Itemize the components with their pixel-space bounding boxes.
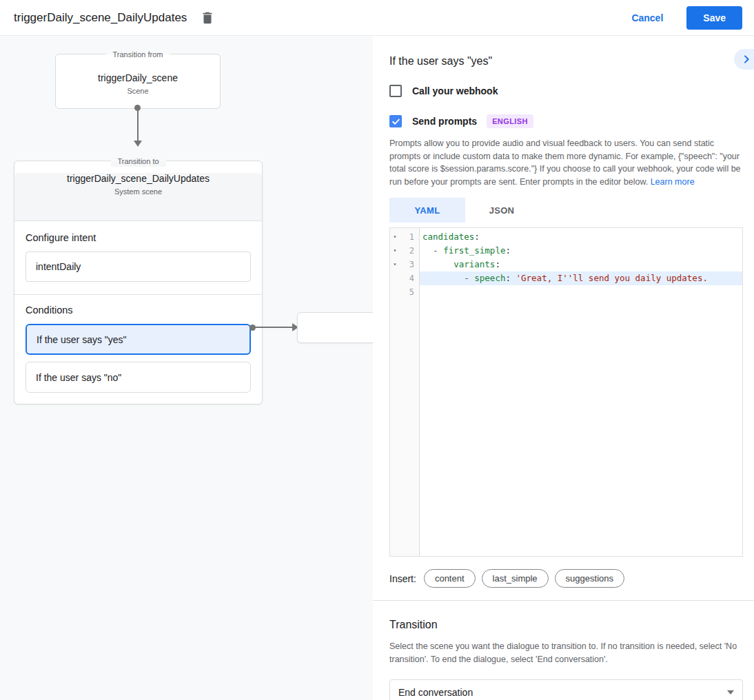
flow-node-transition-to[interactable]: Transition to triggerDaily_scene_DailyUp… [14, 161, 263, 404]
insert-chip-last_simple[interactable]: last_simple [482, 569, 549, 588]
prompts-description: Prompts allow you to provide audio and v… [389, 137, 743, 188]
code-line-3[interactable]: variants: [420, 258, 742, 271]
fold-arrow-icon[interactable]: ▾ [390, 244, 400, 258]
tab-json[interactable]: JSON [465, 198, 538, 223]
send-prompts-checkbox-row[interactable]: Send prompts ENGLISH [389, 114, 743, 128]
from-scene-type: Scene [56, 87, 220, 95]
chevron-right-icon [741, 54, 752, 65]
line-number: 3 [400, 258, 419, 271]
cancel-button[interactable]: Cancel [631, 12, 663, 23]
gutter-line-5: 5 [390, 285, 419, 299]
details-panel: If the user says "yes" Call your webhook… [373, 36, 754, 700]
trash-icon [200, 10, 215, 25]
editor-code[interactable]: candidates: - first_simple: variants: - … [420, 228, 742, 556]
insert-chip-suggestions[interactable]: suggestions [555, 569, 624, 588]
code-line-1[interactable]: candidates: [420, 230, 742, 244]
insert-label: Insert: [389, 573, 416, 584]
send-prompts-label: Send prompts [412, 116, 477, 127]
connector-line-horizontal [255, 327, 292, 328]
gutter-line-3[interactable]: ▾3 [390, 258, 419, 271]
transition-from-label: Transition from [106, 49, 170, 60]
to-scene-title: triggerDaily_scene_DailyUpdates [14, 173, 262, 184]
webhook-checkbox[interactable] [389, 85, 402, 97]
dropdown-caret-icon [727, 690, 734, 694]
fold-arrow-icon[interactable]: ▾ [390, 230, 400, 244]
learn-more-link[interactable]: Learn more [651, 177, 695, 187]
language-badge: ENGLISH [487, 114, 533, 128]
line-number: 1 [400, 230, 419, 244]
configure-intent-heading: Configure intent [26, 232, 251, 243]
flow-canvas: Transition from triggerDaily_scene Scene… [0, 36, 373, 700]
gutter-line-1[interactable]: ▾1 [390, 230, 419, 244]
transition-dropdown-value: End conversation [398, 687, 473, 698]
fold-arrow-icon[interactable]: ▾ [390, 258, 400, 271]
main-area: Transition from triggerDaily_scene Scene… [0, 36, 754, 700]
connector-arrowhead-down [134, 141, 142, 147]
insert-chip-content[interactable]: content [424, 569, 476, 588]
code-line-4[interactable]: - speech: 'Great, I''ll send you daily u… [420, 271, 742, 285]
delete-scene-button[interactable] [199, 10, 216, 26]
transition-dropdown[interactable]: End conversation [389, 679, 743, 700]
from-scene-title: triggerDaily_scene [56, 72, 220, 83]
checkmark-icon [391, 117, 400, 126]
insert-row: Insert: contentlast_simplesuggestions [389, 569, 743, 588]
to-scene-type: System scene [14, 187, 262, 196]
code-line-2[interactable]: - first_simple: [420, 244, 742, 258]
condition-item-yes[interactable]: If the user says "yes" [26, 324, 251, 355]
gutter-line-4: 4 [390, 271, 419, 285]
insert-chips: contentlast_simplesuggestions [424, 569, 631, 588]
condition-item-no[interactable]: If the user says "no" [26, 362, 251, 393]
line-number: 2 [400, 244, 419, 258]
save-button[interactable]: Save [686, 6, 742, 30]
top-bar: triggerDaily_scene_DailyUpdates Cancel S… [0, 0, 754, 36]
prompt-code-editor[interactable]: ▾1▾2▾345 candidates: - first_simple: var… [389, 227, 743, 557]
line-number: 5 [400, 285, 419, 299]
flow-node-transition-from[interactable]: Transition from triggerDaily_scene Scene [55, 54, 221, 109]
code-line-5[interactable] [420, 285, 742, 299]
transition-heading: Transition [389, 619, 743, 631]
tab-yaml[interactable]: YAML [389, 198, 465, 223]
conditions-heading: Conditions [26, 305, 251, 316]
line-number: 4 [400, 271, 419, 285]
flow-node-condition-target[interactable] [297, 312, 373, 343]
collapse-panel-button[interactable] [734, 49, 754, 70]
intent-field[interactable] [26, 251, 251, 282]
configure-intent-section: Configure intent [14, 221, 262, 295]
page-title: triggerDaily_scene_DailyUpdates [14, 11, 187, 25]
condition-panel-heading: If the user says "yes" [389, 55, 743, 68]
editor-format-tabs: YAML JSON [389, 198, 743, 223]
editor-gutter: ▾1▾2▾345 [390, 228, 420, 556]
connector-line-vertical [137, 110, 139, 141]
conditions-section: Conditions If the user says "yes" If the… [14, 295, 262, 404]
panel-divider [373, 600, 754, 601]
webhook-label: Call your webhook [412, 85, 498, 96]
transition-to-label: Transition to [110, 156, 165, 167]
webhook-checkbox-row[interactable]: Call your webhook [389, 85, 743, 97]
gutter-line-2[interactable]: ▾2 [390, 244, 419, 258]
transition-description: Select the scene you want the dialogue t… [389, 640, 743, 666]
send-prompts-checkbox[interactable] [389, 115, 402, 127]
to-scene-header: triggerDaily_scene_DailyUpdates System s… [14, 173, 262, 221]
